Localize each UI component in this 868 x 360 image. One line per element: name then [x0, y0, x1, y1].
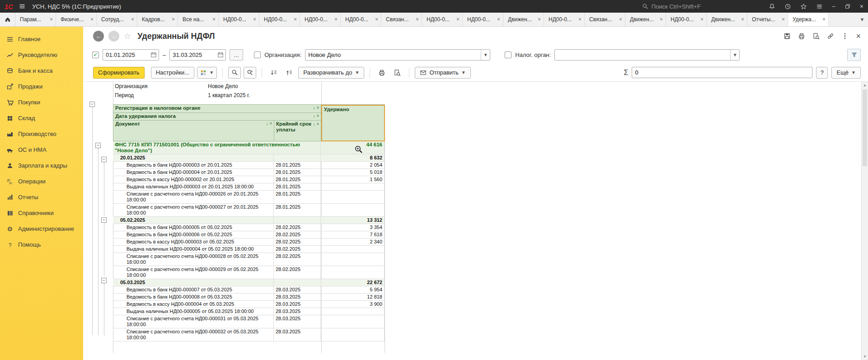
sidebar-item-administrirovanie[interactable]: Администрирование — [0, 221, 83, 237]
value-cell[interactable]: 7 618 — [321, 231, 385, 238]
deadline-cell[interactable]: 28.02.2025 — [274, 238, 321, 246]
sidebar-item-otchety[interactable]: Отчеты — [0, 189, 83, 205]
report-variant-button[interactable]: ▼ — [197, 67, 217, 79]
group-date-cell[interactable]: 20.01.2025 — [113, 154, 274, 162]
tab-close-icon[interactable]: × — [782, 16, 785, 23]
tab-close-icon[interactable]: × — [741, 16, 744, 23]
value-cell[interactable] — [321, 183, 385, 191]
tab[interactable]: НД00-0...× — [544, 13, 585, 26]
deadline-cell[interactable] — [274, 217, 321, 224]
main-menu-icon[interactable] — [19, 3, 26, 10]
notifications-bell-icon[interactable] — [769, 3, 775, 10]
help-button[interactable]: ? — [816, 67, 828, 79]
doc-cell[interactable]: Списание с расчетного счета НД00-000029 … — [113, 266, 274, 279]
tab[interactable]: Сотруд...× — [97, 13, 137, 26]
send-button[interactable]: Отправить ▼ — [415, 67, 470, 79]
scroll-down-icon[interactable]: ▼ — [862, 353, 868, 360]
doc-cell[interactable]: Списание с расчетного счета НД00-000026 … — [113, 191, 274, 204]
deadline-cell[interactable]: 28.03.2025 — [274, 286, 321, 294]
doc-cell[interactable]: Ведомость в банк НД00-000007 от 05.03.20… — [113, 286, 274, 294]
collapse-group-box[interactable]: − — [101, 278, 107, 283]
deadline-cell[interactable]: 28.02.2025 — [274, 253, 321, 266]
restore-window-icon[interactable] — [845, 3, 851, 9]
tab[interactable]: Связан...× — [585, 13, 625, 26]
generate-button[interactable]: Сформировать — [93, 67, 145, 79]
tab-close-icon[interactable]: × — [375, 16, 378, 23]
value-cell[interactable] — [321, 191, 385, 204]
deadline-cell[interactable]: 28.03.2025 — [274, 294, 321, 301]
deadline-cell[interactable]: 28.01.2025 — [274, 169, 321, 176]
deadline-cell[interactable]: 28.02.2025 — [274, 231, 321, 238]
scroll-up-icon[interactable]: ▲ — [862, 82, 868, 89]
deadline-cell[interactable]: 28.02.2025 — [274, 246, 321, 253]
tab-close-icon[interactable]: × — [416, 16, 419, 23]
tab-close-icon[interactable]: × — [497, 16, 500, 23]
tab[interactable]: Кадров...× — [137, 13, 178, 26]
collapse-levels-button[interactable] — [267, 67, 280, 79]
tab-close-icon[interactable]: × — [822, 16, 826, 23]
header-deadline[interactable]: ≡↓ Крайний срок уплаты — [274, 121, 321, 141]
sidebar-item-bank-kassa[interactable]: Банк и касса — [0, 63, 83, 79]
group-total-cell[interactable]: 22 672 — [321, 279, 385, 286]
tab-close-icon[interactable]: × — [334, 16, 338, 23]
tab[interactable]: Движен...× — [625, 13, 666, 26]
find-button[interactable] — [228, 67, 241, 79]
collapse-group-box[interactable]: − — [101, 217, 107, 223]
doc-cell[interactable]: Списание с расчетного счета НД00-000032 … — [113, 328, 274, 341]
doc-cell[interactable]: Ведомость в банк НД00-000008 от 05.03.20… — [113, 294, 274, 301]
organization-input[interactable] — [305, 49, 490, 61]
value-cell[interactable] — [321, 266, 385, 279]
tab-list-dropdown-icon[interactable]: ▼ — [856, 13, 868, 26]
favorite-star-icon[interactable]: ☆ — [124, 31, 131, 41]
fns-label-cell[interactable]: ФНС 7715 КПП 771501001 (Общество с огран… — [113, 141, 321, 154]
value-cell[interactable]: 2 054 — [321, 162, 385, 169]
deadline-cell[interactable] — [274, 154, 321, 162]
value-cell[interactable]: 3 900 — [321, 301, 385, 308]
doc-cell[interactable]: Ведомость в банк НД00-000004 от 20.01.20… — [113, 169, 274, 176]
link-icon[interactable] — [827, 33, 834, 40]
tab[interactable]: Все на...× — [178, 13, 219, 26]
deadline-cell[interactable]: 28.01.2025 — [274, 176, 321, 183]
preview-button[interactable] — [391, 67, 404, 79]
tab[interactable]: НД00-0...× — [341, 13, 381, 26]
deadline-cell[interactable]: 28.01.2025 — [274, 183, 321, 191]
group-total-cell[interactable]: 8 632 — [321, 154, 385, 162]
sort-down-icon[interactable]: ↓ — [313, 121, 315, 127]
scrollbar-thumb[interactable] — [863, 89, 867, 166]
deadline-cell[interactable]: 28.01.2025 — [274, 191, 321, 204]
sort-list-icon[interactable]: ≡ — [270, 121, 272, 126]
sidebar-item-prodazhi[interactable]: Продажи — [0, 79, 83, 94]
tab[interactable]: НД00-0...× — [422, 13, 463, 26]
value-cell[interactable] — [321, 328, 385, 341]
deadline-cell[interactable]: 28.03.2025 — [274, 301, 321, 308]
group-total-cell[interactable]: 13 312 — [321, 217, 385, 224]
sidebar-item-operacii[interactable]: ДтКт Операции — [0, 173, 83, 189]
doc-cell[interactable]: Списание с расчетного счета НД00-000027 … — [113, 204, 274, 217]
group-date-cell[interactable]: 05.03.2025 — [113, 279, 274, 286]
calendar-icon[interactable] — [217, 51, 224, 58]
print-button[interactable] — [375, 67, 388, 79]
tab-close-icon[interactable]: × — [660, 16, 663, 23]
doc-cell[interactable]: Ведомость в кассу НД00-000003 от 05.02.2… — [113, 238, 274, 246]
autosum-field[interactable] — [632, 67, 812, 78]
value-cell[interactable]: 12 818 — [321, 294, 385, 301]
organization-checkbox[interactable] — [254, 51, 261, 58]
period-checkbox[interactable]: ✓ — [92, 51, 99, 58]
tax-authority-checkbox[interactable] — [505, 51, 511, 58]
print-icon[interactable] — [798, 33, 805, 40]
tab-close-icon[interactable]: × — [212, 16, 216, 23]
forward-button[interactable]: → — [108, 31, 119, 42]
value-cell[interactable]: 2 340 — [321, 238, 385, 246]
history-clock-icon[interactable] — [784, 3, 791, 10]
collapse-level-1-box[interactable]: − — [95, 143, 101, 148]
sidebar-item-pomosch[interactable]: ? Помощь — [0, 237, 83, 252]
close-form-icon[interactable]: × — [856, 32, 861, 41]
value-cell[interactable] — [321, 246, 385, 253]
sidebar-item-os-nma[interactable]: ОС и НМА — [0, 142, 83, 158]
tab-active[interactable]: Удержа...× — [788, 13, 829, 26]
tab-close-icon[interactable]: × — [90, 16, 94, 23]
sidebar-item-proizvodstvo[interactable]: Производство — [0, 126, 83, 142]
deadline-cell[interactable]: 28.03.2025 — [274, 308, 321, 315]
deadline-cell[interactable]: 28.03.2025 — [274, 315, 321, 328]
deadline-cell[interactable]: 28.03.2025 — [274, 328, 321, 341]
